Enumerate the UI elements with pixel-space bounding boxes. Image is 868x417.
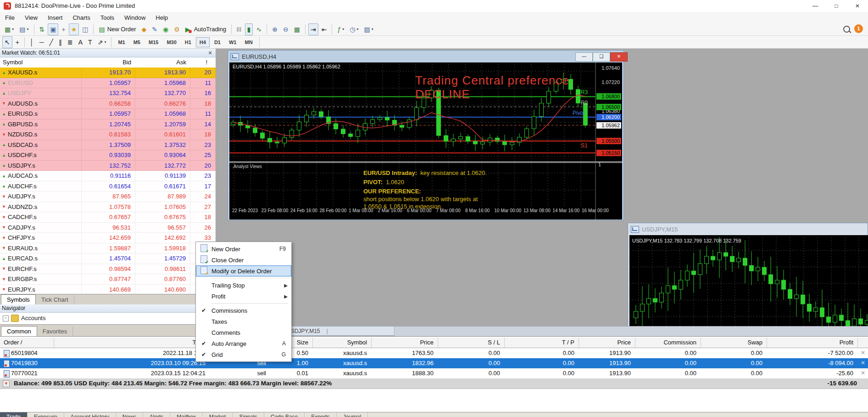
orders-column-header-profit[interactable]: Profit xyxy=(767,339,853,346)
chart-minimize-button[interactable]: — xyxy=(575,52,593,62)
timeframe-button-d1[interactable]: D1 xyxy=(211,37,224,47)
menu-item-help[interactable]: Help xyxy=(150,13,173,23)
text-tool[interactable]: A xyxy=(76,36,85,48)
market-watch-row-gbpusd.s[interactable]: ▲GBPUSD.s1.207451.2075914 xyxy=(0,119,216,130)
cursor-tool[interactable]: ↖ xyxy=(2,36,12,48)
terminal-tab-news[interactable]: News xyxy=(116,412,143,417)
market-watch-row-audjpy.s[interactable]: ▼AUDJPY.s87.96587.98924 xyxy=(0,192,216,202)
menu-item-file[interactable]: File xyxy=(0,13,20,23)
market-watch-row-cadchf.s[interactable]: ▼CADCHF.s0.676570.6767518 xyxy=(0,212,216,223)
order-row-70770021[interactable]: 707700212023.03.15 12:04:21sell0.01xauus… xyxy=(0,368,868,379)
context-menu-item-taxes[interactable]: Taxes xyxy=(196,316,291,327)
tab-tick-chart[interactable]: Tick Chart xyxy=(36,295,74,304)
market-watch-row-cadjpy.s[interactable]: ▼CADJPY.s96.53196.55726 xyxy=(0,223,216,233)
tab-favorites[interactable]: Favorites xyxy=(37,327,73,336)
context-menu-item-modify-or-delete-order[interactable]: ●Modify or Delete Order xyxy=(196,265,291,276)
terminal-tab-market[interactable]: Market xyxy=(203,412,233,417)
menu-item-window[interactable]: Window xyxy=(119,13,150,23)
context-menu-item-comments[interactable]: Comments xyxy=(196,327,291,338)
market-watch-row-eurgbp.s[interactable]: ▼EURGBP.s0.877470.8776013 xyxy=(0,274,216,285)
orders-column-header-swap[interactable]: Swap xyxy=(701,339,762,346)
market-watch-row-eurchf.s[interactable]: ▼EURCHF.s0.985940.9861117 xyxy=(0,264,216,275)
market-watch-row-audnzd.s[interactable]: ▼AUDNZD.s1.075781.0760527 xyxy=(0,202,216,213)
column-header-spread[interactable]: ! xyxy=(166,59,207,66)
close-position-icon[interactable]: ✕ xyxy=(861,360,865,366)
timeframe-button-h4[interactable]: H4 xyxy=(196,37,210,47)
orders-column-header-symbol[interactable]: Symbol xyxy=(313,339,367,346)
expert-advisors-icon[interactable]: ◆ xyxy=(139,23,149,35)
context-menu-item-profit[interactable]: Profit▶ xyxy=(196,291,291,302)
terminal-tab-alerts[interactable]: Alerts xyxy=(143,412,171,417)
timeframe-button-h1[interactable]: H1 xyxy=(181,37,195,47)
minimize-button[interactable]: — xyxy=(805,0,826,12)
auto-scroll-button[interactable]: ⇥ xyxy=(308,23,318,35)
order-row-70419830[interactable]: 704198302023.03.10 09:26:15sell1.00xauus… xyxy=(0,358,868,369)
equidistant-channel-tool[interactable]: ∥ xyxy=(56,36,64,48)
market-watch-close-icon[interactable]: ✕ xyxy=(206,49,214,56)
context-menu-item-close-order[interactable]: ✔Close Order xyxy=(196,254,291,265)
timeframe-button-m5[interactable]: M5 xyxy=(130,37,144,47)
timeframe-button-mn[interactable]: MN xyxy=(241,37,256,47)
context-menu-item-trailing-stop[interactable]: Trailing Stop▶ xyxy=(196,280,291,291)
market-watch-row-eurusd.s[interactable]: ▲EURUSD.s1.059571.0596811 xyxy=(0,109,216,119)
profiles-button[interactable]: ▤▾ xyxy=(17,23,31,35)
new-order-button[interactable]: ▤New Order xyxy=(96,23,138,35)
market-watch-row-chfjpy.s[interactable]: ▼CHFJPY.s142.659142.69233 xyxy=(0,233,216,243)
eurusd-window-titlebar[interactable]: EURUSD,H4 xyxy=(228,51,623,62)
chart-restore-button[interactable]: ❑ xyxy=(593,52,610,62)
candlestick-chart-button[interactable]: ▮ xyxy=(245,23,253,35)
usdjpy-window-titlebar[interactable]: USDJPY,M15 xyxy=(628,223,868,235)
options-icon[interactable]: ⚙ xyxy=(172,23,182,35)
column-header-symbol[interactable]: Symbol xyxy=(3,59,22,66)
arrows-tool[interactable]: ⇗▾ xyxy=(95,36,109,48)
notifications-badge[interactable]: 1 xyxy=(854,24,863,33)
menu-item-charts[interactable]: Charts xyxy=(67,13,95,23)
menu-item-view[interactable]: View xyxy=(20,13,43,23)
timeframe-button-w1[interactable]: W1 xyxy=(225,37,240,47)
orders-column-header-price[interactable]: Price xyxy=(372,339,434,346)
terminal-tab-exposure[interactable]: Exposure xyxy=(28,412,64,417)
orders-column-header-time[interactable]: Time xyxy=(54,339,206,346)
text-label-tool[interactable]: T xyxy=(86,36,95,48)
market-watch-row-nzdusd.s[interactable]: ▼NZDUSD.s0.615830.6160118 xyxy=(0,130,216,140)
context-menu-item-auto-arrange[interactable]: ✔Auto ArrangeA xyxy=(196,338,291,349)
terminal-tab-mailbox[interactable]: Mailbox xyxy=(170,412,202,417)
chart-shift-button[interactable]: ⇤ xyxy=(319,23,329,35)
market-watch-row-audchf.s[interactable]: ▲AUDCHF.s0.616540.6167117 xyxy=(0,181,216,192)
close-button[interactable]: ✕ xyxy=(847,0,868,12)
menu-item-insert[interactable]: Insert xyxy=(43,13,68,23)
metaeditor-icon[interactable]: ✎ xyxy=(150,23,160,35)
trendline-tool[interactable]: ╱ xyxy=(47,36,56,48)
market-watch-row-usdjpy[interactable]: ▲USDJPY132.754132.77016 xyxy=(0,88,216,99)
column-header-bid[interactable]: Bid xyxy=(90,59,131,66)
zoom-out-button[interactable]: ⊖ xyxy=(281,23,291,35)
vertical-line-tool[interactable]: │ xyxy=(28,36,36,48)
market-watch-row-eurjpy.s[interactable]: ▼EURJPY.s140.669140.69021 xyxy=(0,285,216,294)
crosshair-tool[interactable]: + xyxy=(13,36,22,48)
terminal-tab-code-base[interactable]: Code Base xyxy=(264,412,305,417)
templates-button[interactable]: ▨▾ xyxy=(362,23,375,35)
market-watch-toggle[interactable]: ⇅ xyxy=(37,23,47,35)
data-window-toggle[interactable]: ▣ xyxy=(48,23,58,35)
context-menu-item-grid[interactable]: ✔GridG xyxy=(196,349,291,360)
tab-symbols[interactable]: Symbols xyxy=(1,294,36,304)
indicators-button[interactable]: ƒ▾ xyxy=(335,23,346,35)
tile-windows-button[interactable]: ▦ xyxy=(292,23,302,35)
orders-column-header-price[interactable]: Price xyxy=(579,339,631,346)
line-chart-button[interactable]: ∿ xyxy=(254,23,264,35)
market-watch-row-xauusd.s[interactable]: ▲XAUUSD.s1913.701913.9020 xyxy=(0,68,216,78)
terminal-tab-trade[interactable]: Trade xyxy=(0,412,28,417)
market-watch-row-usdjpy.s[interactable]: ▲USDJPY.s132.752132.77220 xyxy=(0,161,216,171)
market-watch-row-usdchf.s[interactable]: ▲USDCHF.s0.930390.9306425 xyxy=(0,150,216,161)
market-watch-row-eurcad.s[interactable]: ▲EURCAD.s1.457041.4572925 xyxy=(0,254,216,264)
maximize-button[interactable]: □ xyxy=(826,0,847,12)
terminal-tab-experts[interactable]: Experts xyxy=(305,412,337,417)
market-watch-row-audusd.s[interactable]: ▼AUDUSD.s0.662580.6627618 xyxy=(0,99,216,109)
crosshair-button[interactable]: + xyxy=(59,23,67,35)
order-row-65019804[interactable]: 650198042022.11.18 10:30.50xauusd.s1763.… xyxy=(0,348,868,359)
orders-column-header-tp[interactable]: T / P xyxy=(505,339,574,346)
navigator-item-accounts[interactable]: Accounts xyxy=(21,315,45,321)
context-menu-item-new-order[interactable]: +New OrderF9 xyxy=(196,243,291,254)
close-position-icon[interactable]: ✕ xyxy=(861,370,865,376)
timeframe-button-m1[interactable]: M1 xyxy=(114,37,128,47)
